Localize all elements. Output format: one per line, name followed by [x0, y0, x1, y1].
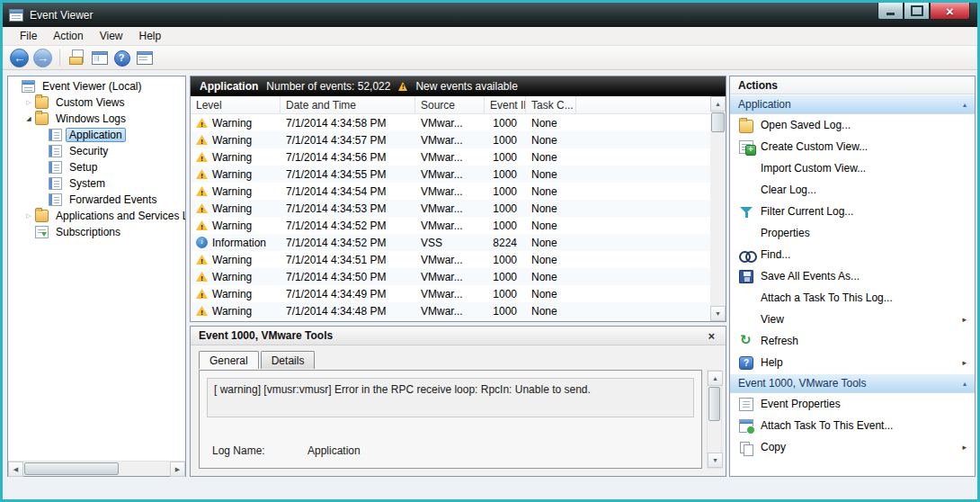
- datetime-cell: 7/1/2014 4:34:50 PM: [281, 271, 415, 283]
- forward-button[interactable]: [33, 49, 52, 67]
- menu-help[interactable]: Help: [131, 28, 170, 44]
- action-pane-icon[interactable]: [135, 49, 153, 67]
- event-id-cell: 1000: [485, 220, 526, 232]
- tree-item-event-viewer-local[interactable]: Event Viewer (Local): [8, 78, 185, 94]
- action-event-properties[interactable]: Event Properties: [730, 393, 975, 415]
- action-help[interactable]: Help: [730, 352, 975, 373]
- expand-icon[interactable]: ▷: [23, 99, 34, 106]
- scroll-up-icon[interactable]: [710, 96, 726, 112]
- tree-item-forwarded-events[interactable]: Forwarded Events: [8, 192, 185, 208]
- warning-icon: [196, 118, 208, 128]
- action-filter-current-log[interactable]: Filter Current Log...: [730, 201, 975, 222]
- submenu-arrow-icon: [962, 443, 967, 452]
- warning-icon: [196, 255, 208, 264]
- scrollbar-thumb[interactable]: [708, 387, 720, 421]
- expand-icon[interactable]: ▷: [23, 212, 34, 220]
- column-header-event-id[interactable]: Event ID: [485, 96, 526, 113]
- tree-item-setup[interactable]: Setup: [8, 159, 185, 175]
- event-row[interactable]: Warning7/1/2014 4:34:53 PMVMwar...1000No…: [191, 200, 710, 217]
- level-text: Warning: [212, 134, 252, 147]
- level-cell: Warning: [191, 151, 281, 164]
- column-header-task-c[interactable]: Task C...: [526, 96, 576, 113]
- task-category-cell: None: [526, 220, 576, 232]
- save-icon: [739, 270, 753, 283]
- level-cell: Warning: [191, 254, 281, 266]
- collapse-icon[interactable]: ◢: [23, 115, 34, 122]
- action-properties[interactable]: Properties: [730, 222, 975, 244]
- close-button[interactable]: [930, 3, 970, 20]
- action-attach-a-task-to-this-log[interactable]: Attach a Task To This Log...: [730, 287, 975, 309]
- action-copy[interactable]: Copy: [730, 436, 975, 458]
- open-saved-log-icon[interactable]: [67, 49, 85, 67]
- tree-item-applications-and-services-lo[interactable]: ▷Applications and Services Lo: [8, 208, 185, 224]
- none-icon: [739, 184, 753, 197]
- menu-file[interactable]: File: [12, 28, 45, 44]
- tree-item-custom-views[interactable]: ▷Custom Views: [8, 94, 185, 111]
- minimize-button[interactable]: [878, 3, 904, 20]
- event-row[interactable]: Information7/1/2014 4:34:52 PMVSS8224Non…: [191, 234, 710, 251]
- tree-item-windows-logs[interactable]: ◢Windows Logs: [8, 111, 185, 127]
- collapse-chevron-icon[interactable]: [963, 380, 967, 388]
- action-section-application[interactable]: Application: [730, 94, 975, 114]
- event-message[interactable]: [ warning] [vmusr:vmusr] Error in the RP…: [207, 378, 694, 417]
- tree-horizontal-scrollbar[interactable]: [8, 461, 185, 476]
- column-header-date-and-time[interactable]: Date and Time: [281, 96, 415, 113]
- event-row[interactable]: Warning7/1/2014 4:34:49 PMVMwar...1000No…: [191, 285, 710, 302]
- event-row[interactable]: Warning7/1/2014 4:34:48 PMVMwar...1000No…: [191, 302, 710, 319]
- event-row[interactable]: Warning7/1/2014 4:34:51 PMVMwar...1000No…: [191, 251, 710, 268]
- tree-label: Subscriptions: [52, 225, 124, 239]
- refresh-icon: [739, 335, 753, 348]
- event-row[interactable]: Warning7/1/2014 4:34:50 PMVMwar...1000No…: [191, 268, 710, 285]
- event-row[interactable]: Warning7/1/2014 4:34:52 PMVMwar...1000No…: [191, 217, 710, 234]
- scroll-up-icon[interactable]: [708, 371, 723, 386]
- action-label: Import Custom View...: [761, 162, 866, 175]
- action-attach-task-to-this-event[interactable]: Attach Task To This Event...: [730, 415, 975, 436]
- scroll-left-icon[interactable]: [8, 462, 23, 477]
- tab-general[interactable]: General: [199, 351, 259, 369]
- tab-details[interactable]: Details: [261, 351, 316, 369]
- action-save-all-events-as[interactable]: Save All Events As...: [730, 265, 975, 287]
- action-import-custom-view[interactable]: Import Custom View...: [730, 157, 975, 179]
- column-header-source[interactable]: Source: [415, 96, 485, 113]
- level-text: Warning: [212, 271, 252, 283]
- log-name-value: Application: [307, 444, 361, 457]
- event-row[interactable]: Warning7/1/2014 4:34:58 PMVMwar...1000No…: [191, 114, 710, 131]
- event-row[interactable]: Warning7/1/2014 4:34:56 PMVMwar...1000No…: [191, 148, 710, 166]
- actions-list: ApplicationOpen Saved Log...Create Custo…: [730, 94, 975, 458]
- scrollbar-thumb[interactable]: [711, 112, 725, 132]
- maximize-button[interactable]: [904, 3, 930, 20]
- scroll-right-icon[interactable]: [170, 462, 185, 477]
- action-section-event-1000-vmware-tools[interactable]: Event 1000, VMware Tools: [730, 373, 975, 393]
- event-row[interactable]: Warning7/1/2014 4:34:57 PMVMwar...1000No…: [191, 131, 710, 148]
- scroll-down-icon[interactable]: [708, 453, 723, 468]
- section-title: Application: [738, 98, 791, 111]
- column-header-level[interactable]: Level: [191, 96, 281, 113]
- scroll-down-icon[interactable]: [710, 306, 726, 321]
- event-id-cell: 1000: [485, 305, 526, 318]
- action-label: Find...: [761, 248, 790, 261]
- tree-item-application[interactable]: Application: [8, 127, 185, 143]
- action-clear-log[interactable]: Clear Log...: [730, 179, 975, 201]
- action-label: Filter Current Log...: [761, 205, 853, 218]
- tree-item-subscriptions[interactable]: Subscriptions: [8, 224, 185, 240]
- menu-action[interactable]: Action: [45, 28, 91, 44]
- back-button[interactable]: [10, 49, 29, 67]
- tree-item-system[interactable]: System: [8, 175, 185, 192]
- action-view[interactable]: View: [730, 309, 975, 330]
- action-find[interactable]: Find...: [730, 244, 975, 265]
- console-tree-icon[interactable]: [90, 49, 108, 67]
- collapse-chevron-icon[interactable]: [963, 101, 967, 109]
- none-icon: [739, 227, 753, 240]
- action-create-custom-view[interactable]: Create Custom View...: [730, 136, 975, 157]
- tree-item-security[interactable]: Security: [8, 143, 185, 159]
- action-refresh[interactable]: Refresh: [730, 330, 975, 352]
- event-list-scrollbar[interactable]: [710, 96, 726, 321]
- event-row[interactable]: Warning7/1/2014 4:34:55 PMVMwar...1000No…: [191, 166, 710, 183]
- event-row[interactable]: Warning7/1/2014 4:34:54 PMVMwar...1000No…: [191, 183, 710, 200]
- action-open-saved-log[interactable]: Open Saved Log...: [730, 114, 975, 136]
- help-icon[interactable]: [112, 49, 130, 67]
- preview-close-icon[interactable]: [705, 329, 717, 343]
- scrollbar-thumb[interactable]: [24, 462, 119, 475]
- preview-scrollbar[interactable]: [707, 370, 722, 469]
- menu-view[interactable]: View: [92, 28, 131, 44]
